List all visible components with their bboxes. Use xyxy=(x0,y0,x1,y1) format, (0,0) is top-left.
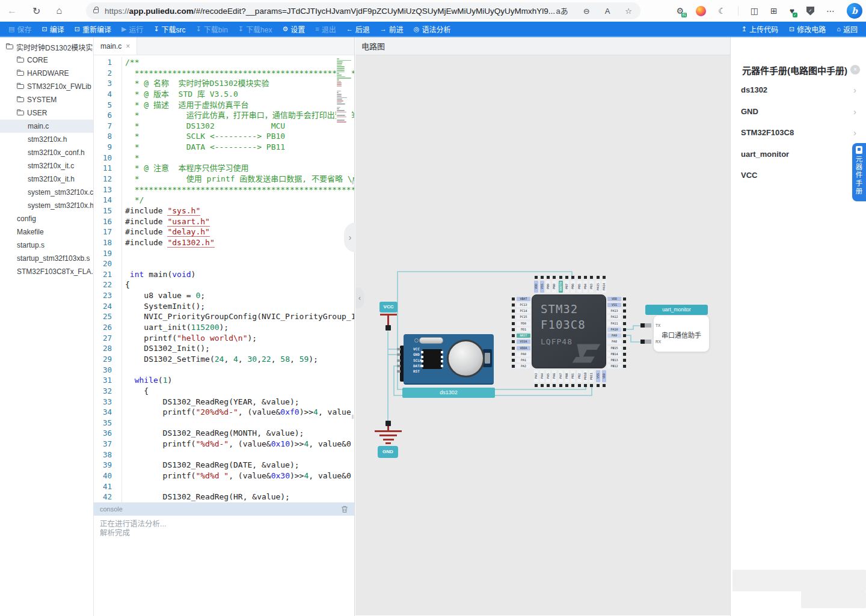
manual-item-uart_monitor[interactable]: uart_monitor› xyxy=(731,144,866,165)
tree-item[interactable]: USER xyxy=(0,106,93,120)
modify-circuit-button[interactable]: ⊡修改电路 xyxy=(789,24,826,34)
collections-icon[interactable]: ⊞ xyxy=(770,7,778,15)
tree-item[interactable]: startup_stm32f103xb.s xyxy=(0,252,93,265)
download-src-button[interactable]: ↧下载src xyxy=(153,24,185,34)
tab-main-c[interactable]: main.c × xyxy=(94,37,137,55)
tree-item[interactable]: system_stm32f10x.h xyxy=(0,199,93,212)
manual-item-ds1302[interactable]: ds1302› xyxy=(731,79,866,101)
pin-vssa[interactable]: VSSA xyxy=(517,340,530,344)
tree-item[interactable]: HARDWARE xyxy=(0,67,93,80)
pin-pb11[interactable]: PB11 xyxy=(589,370,594,382)
tx-connector[interactable] xyxy=(640,323,645,328)
pin-pc14[interactable]: PC14 xyxy=(517,309,530,313)
collapse-panel-button[interactable]: ‹ xyxy=(355,288,364,308)
tree-item[interactable]: startup.s xyxy=(0,239,93,252)
pin-pa15[interactable]: PA15 xyxy=(596,281,600,293)
pin-vbat[interactable]: VBAT xyxy=(517,297,530,301)
pin-pb12[interactable]: PB12 xyxy=(607,364,621,368)
code-editor[interactable]: 1/**2 **********************************… xyxy=(94,55,354,502)
pin-boot0[interactable]: BOOT0 xyxy=(559,281,563,293)
pin-vss[interactable]: VSS xyxy=(596,370,600,382)
pin-pb8[interactable]: PB8 xyxy=(552,281,556,293)
forward-button[interactable]: →前进 xyxy=(380,24,404,34)
manual-item-stm32f103c8[interactable]: STM32F103C8› xyxy=(731,122,866,144)
tree-item[interactable]: Makefile xyxy=(0,225,93,239)
tree-item[interactable]: STM32F10x_FWLib xyxy=(0,80,93,93)
syntax-check-button[interactable]: ◎语法分析 xyxy=(414,24,451,34)
pin-pb5[interactable]: PB5 xyxy=(577,281,582,293)
lock-icon[interactable] xyxy=(93,9,99,13)
tree-item[interactable]: stm32f10x_conf.h xyxy=(0,146,93,159)
pin-pa9[interactable]: PA9 xyxy=(607,334,621,338)
stm32-chip[interactable]: STM32 F103C8 LQFP48 xyxy=(532,294,606,368)
uart-monitor[interactable]: 串口通信助手 xyxy=(654,316,709,352)
pin-pb15[interactable]: PB15 xyxy=(607,346,621,350)
recompile-button[interactable]: ⊡重新编译 xyxy=(75,24,111,34)
gnd-connector[interactable] xyxy=(385,421,391,426)
pin-pc15[interactable]: PC15 xyxy=(517,315,530,319)
pin-vdda[interactable]: VDDA xyxy=(517,346,530,350)
close-tab-icon[interactable]: × xyxy=(126,42,130,50)
compile-button[interactable]: ⊡编译 xyxy=(41,24,64,34)
vcc-source[interactable]: VCC xyxy=(379,302,398,313)
more-icon[interactable]: ⋯ xyxy=(826,7,835,15)
pin-pb1[interactable]: PB1 xyxy=(571,370,575,382)
pin-pa7[interactable]: PA7 xyxy=(559,370,563,382)
favorites-icon[interactable]: ☆ xyxy=(625,7,632,15)
pin-pd1[interactable]: PD1 xyxy=(517,328,530,332)
tree-item[interactable]: stm32f10x_it.c xyxy=(0,159,93,172)
pin-pa8[interactable]: PA8 xyxy=(607,340,621,344)
upload-code-button[interactable]: ↥上传代码 xyxy=(742,24,778,34)
pin-pa0[interactable]: PA0 xyxy=(517,352,530,356)
pin-pa12[interactable]: PA12 xyxy=(607,315,621,319)
pin-pb7[interactable]: PB7 xyxy=(565,281,569,293)
pin-pd0[interactable]: PD0 xyxy=(517,322,530,326)
pin-pb14[interactable]: PB14 xyxy=(607,352,621,356)
manual-item-vcc[interactable]: VCC› xyxy=(731,165,866,186)
tree-item[interactable]: STM32F103C8Tx_FLA... xyxy=(0,265,93,278)
gnd-source[interactable]: GND xyxy=(378,446,398,458)
read-aloud-icon[interactable]: A xyxy=(605,7,610,15)
pin-vdd[interactable]: VDD xyxy=(602,370,606,382)
circuit-tab[interactable]: 电路图 xyxy=(355,37,730,55)
refresh-icon[interactable]: ↻ xyxy=(32,5,40,17)
pin-pa13[interactable]: PA13 xyxy=(607,309,621,313)
pin-pa11[interactable]: PA11 xyxy=(607,322,621,326)
tree-item[interactable]: 实时时钟DS1302模块实验 xyxy=(0,40,93,53)
pin-pb2[interactable]: PB2 xyxy=(577,370,582,382)
home-icon[interactable]: ⌂ xyxy=(56,5,62,16)
pin-pb9[interactable]: PB9 xyxy=(546,281,550,293)
pin-vdd[interactable]: VDD xyxy=(534,281,538,293)
trash-icon[interactable] xyxy=(341,505,348,513)
close-icon[interactable]: × xyxy=(850,65,860,75)
rx-connector[interactable] xyxy=(640,340,645,344)
profile-icon[interactable] xyxy=(696,6,706,16)
pin-pa3[interactable]: PA3 xyxy=(534,370,538,382)
extensions-icon[interactable]: ⚙科 xyxy=(677,7,684,15)
pin-pb6[interactable]: PB6 xyxy=(571,281,575,293)
ds1302-label[interactable]: ds1302 xyxy=(402,388,495,398)
tree-item[interactable]: main.c xyxy=(0,120,93,133)
back-button[interactable]: ←后退 xyxy=(346,24,370,34)
pin-pa14[interactable]: PA14 xyxy=(602,281,606,293)
manual-side-tab[interactable]: 元器件手册 xyxy=(852,143,866,201)
pin-pb3[interactable]: PB3 xyxy=(589,281,594,293)
pin-pb4[interactable]: PB4 xyxy=(583,281,588,293)
pin-pb10[interactable]: PB10 xyxy=(583,370,588,382)
tree-item[interactable]: stm32f10x_it.h xyxy=(0,172,93,186)
pin-pc13[interactable]: PC13 xyxy=(517,303,530,307)
tree-item[interactable]: stm32f10x.h xyxy=(0,133,93,146)
translate-icon[interactable]: aあ xyxy=(556,7,568,15)
pin-pa5[interactable]: PA5 xyxy=(546,370,550,382)
browser-essentials-icon[interactable]: ♥✓ xyxy=(790,7,794,15)
privacy-icon[interactable]: ✓ xyxy=(806,7,814,16)
pin-vss[interactable]: VSS xyxy=(540,281,544,293)
uart-monitor-label[interactable]: uart_monitor xyxy=(645,305,708,315)
pin-pb13[interactable]: PB13 xyxy=(607,358,621,362)
settings-button[interactable]: ⚙设置 xyxy=(282,24,305,34)
pin-pa1[interactable]: PA1 xyxy=(517,358,530,362)
pin-nrst[interactable]: NRST xyxy=(517,334,530,338)
zoom-out-icon[interactable]: ⊖ xyxy=(583,7,590,15)
return-button[interactable]: ⌂返回 xyxy=(837,24,858,34)
circuit-canvas[interactable]: VCC GND VCCGNDSCLKDATARST ds1302 STM32 F… xyxy=(355,55,730,615)
